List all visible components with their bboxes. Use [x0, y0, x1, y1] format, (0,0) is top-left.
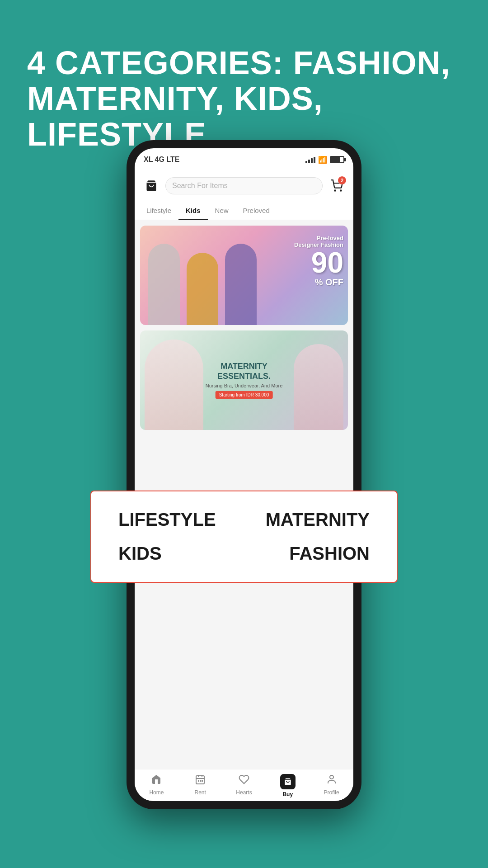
status-bar: XL 4G LTE 📶	[135, 148, 353, 171]
banner2-text-block: MATERNITY ESSENTIALS. Nursing Bra, Under…	[206, 362, 283, 399]
nav-profile-label: Profile	[324, 789, 339, 796]
banner-figures	[140, 226, 265, 325]
buy-icon	[280, 774, 296, 789]
app-background: 4 CATEGORIES: FASHION, MATERNITY, KIDS, …	[0, 0, 488, 868]
heart-icon	[239, 774, 249, 788]
category-kids[interactable]: KIDS	[118, 543, 239, 564]
banner-preloved[interactable]: Pre-loved Designer Fashion 90 % OFF	[140, 226, 348, 325]
signal-icon	[305, 156, 315, 163]
category-fashion[interactable]: FASHION	[249, 543, 370, 564]
nav-hearts-label: Hearts	[236, 789, 252, 796]
svg-point-11	[330, 775, 333, 779]
tab-preloved[interactable]: Preloved	[236, 201, 277, 220]
nav-rent[interactable]: Rent	[178, 774, 222, 797]
banner1-text-block: Pre-loved Designer Fashion 90 % OFF	[294, 235, 343, 288]
phone-screen: Search For Items 2 Lifestyle Kids	[135, 171, 353, 801]
banner2-sub: Nursing Bra, Underwear, And More	[206, 383, 283, 388]
nav-hearts[interactable]: Hearts	[222, 774, 266, 797]
nav-profile[interactable]: Profile	[310, 774, 353, 797]
nav-home-label: Home	[149, 789, 164, 796]
svg-rect-8	[200, 780, 201, 782]
banner1-percent: 90	[294, 248, 343, 277]
svg-point-1	[334, 190, 335, 191]
banner2-figure-left	[145, 340, 203, 430]
phone-mockup: XL 4G LTE 📶	[127, 140, 361, 809]
search-bar[interactable]: Search For Items	[165, 177, 323, 194]
svg-rect-9	[202, 780, 203, 782]
battery-icon	[330, 156, 344, 163]
bottom-nav: Home	[135, 769, 353, 801]
calendar-icon	[195, 774, 206, 788]
cart-button[interactable]: 2	[328, 177, 345, 194]
nav-rent-label: Rent	[195, 789, 206, 796]
nav-buy-label: Buy	[282, 791, 293, 797]
banner2-title2: ESSENTIALS.	[206, 372, 283, 382]
svg-rect-3	[196, 776, 204, 784]
tab-lifestyle[interactable]: Lifestyle	[139, 201, 178, 220]
header-title: 4 CATEGORIES: FASHION, MATERNITY, KIDS, …	[27, 45, 461, 153]
home-icon	[151, 774, 162, 788]
search-placeholder: Search For Items	[172, 182, 228, 190]
cart-badge: 2	[338, 176, 346, 184]
banner2-figure-right	[294, 344, 343, 430]
banner1-line1: Pre-loved	[294, 235, 343, 241]
carrier-text: XL 4G LTE	[144, 156, 179, 164]
wifi-icon: 📶	[318, 156, 327, 164]
tab-new[interactable]: New	[208, 201, 236, 220]
nav-buy[interactable]: Buy	[266, 774, 310, 797]
category-maternity[interactable]: MATERNITY	[249, 509, 370, 530]
categories-overlay-box: LIFESTYLE MATERNITY KIDS FASHION	[90, 491, 398, 583]
category-lifestyle[interactable]: LIFESTYLE	[118, 509, 239, 530]
brand-bag-icon[interactable]	[143, 177, 160, 194]
banner2-title1: MATERNITY	[206, 362, 283, 372]
svg-point-2	[340, 190, 341, 191]
banner1-off: % OFF	[294, 277, 343, 288]
app-topbar: Search For Items 2	[135, 171, 353, 201]
banner-maternity[interactable]: MATERNITY ESSENTIALS. Nursing Bra, Under…	[140, 330, 348, 430]
nav-home[interactable]: Home	[135, 774, 178, 797]
status-icons: 📶	[305, 156, 344, 164]
profile-icon	[326, 774, 337, 788]
svg-rect-7	[198, 780, 199, 782]
category-tabs: Lifestyle Kids New Preloved	[135, 201, 353, 220]
banner2-price: Starting from IDR 30,000	[216, 391, 273, 399]
tab-kids[interactable]: Kids	[178, 201, 208, 220]
